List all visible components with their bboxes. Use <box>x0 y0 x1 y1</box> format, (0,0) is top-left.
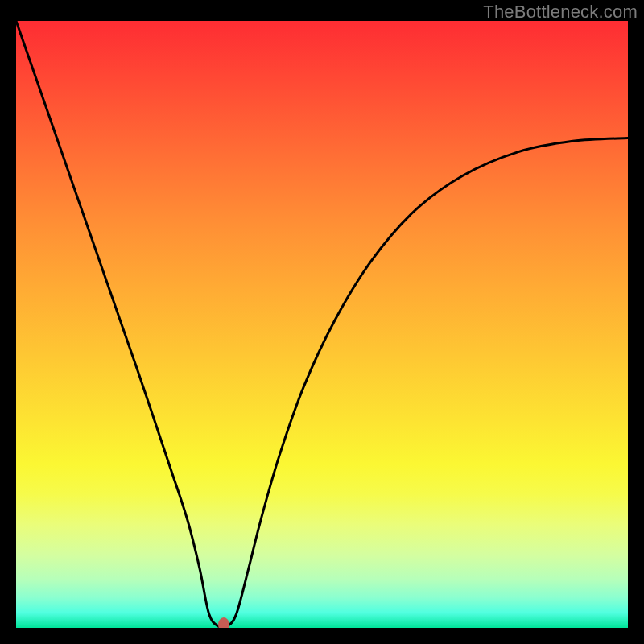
plot-area <box>16 21 628 628</box>
attribution-label: TheBottleneck.com <box>483 2 638 23</box>
curve-layer <box>16 21 628 628</box>
minimum-marker-icon <box>218 617 229 628</box>
bottleneck-curve <box>16 21 628 628</box>
chart-frame: TheBottleneck.com <box>0 0 644 644</box>
